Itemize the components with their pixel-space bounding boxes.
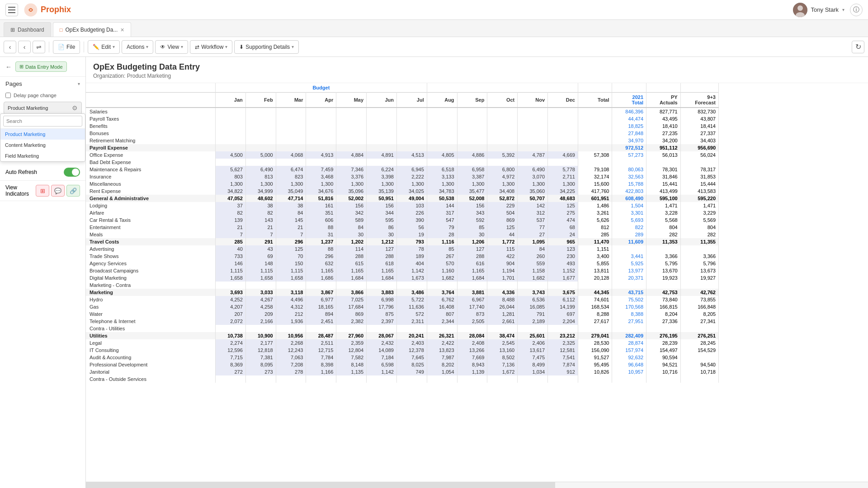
cell-month-7[interactable]: 28 [427,231,457,238]
cell-month-6[interactable]: 2,403 [396,339,427,347]
cell-month-10[interactable]: 537 [518,216,548,224]
cell-month-1[interactable]: 813 [245,173,276,180]
cell-month-4[interactable]: 84 [336,224,367,231]
cell-month-2[interactable]: 7,063 [276,354,306,361]
info-button[interactable]: ⓘ [850,4,863,16]
cell-month-0[interactable]: 12,596 [215,347,245,354]
cell-month-9[interactable] [487,137,518,144]
cell-month-3[interactable] [306,137,336,144]
cell-month-10[interactable]: 2,406 [518,339,548,347]
auto-refresh-toggle[interactable] [64,168,80,177]
cell-month-0[interactable] [215,130,245,137]
cell-month-4[interactable]: 7,025 [336,296,367,303]
cell-month-11[interactable]: 68 [548,224,578,231]
cell-month-6[interactable] [396,130,427,137]
cell-month-5[interactable]: 35,139 [367,188,397,195]
cell-month-3[interactable]: 894 [306,310,336,318]
cell-month-10[interactable]: 13,617 [518,347,548,354]
cell-month-6[interactable] [396,108,427,115]
cell-month-2[interactable] [276,159,306,166]
cell-month-1[interactable] [245,159,276,166]
cell-month-8[interactable] [457,108,487,115]
cell-month-1[interactable] [245,282,276,289]
cell-month-7[interactable]: 79 [427,224,457,231]
cell-month-2[interactable]: 145 [276,216,306,224]
cell-month-7[interactable]: 1,300 [427,180,457,188]
cell-month-9[interactable]: 1,300 [487,180,518,188]
cell-month-4[interactable] [336,108,367,115]
cell-month-11[interactable] [548,375,578,383]
cell-month-10[interactable]: 77 [518,224,548,231]
cell-month-3[interactable]: 1,300 [306,180,336,188]
tab-dashboard[interactable]: ⊞ Dashboard [4,22,51,37]
cell-month-3[interactable]: 1,165 [306,267,336,274]
cell-month-5[interactable]: 6,224 [367,166,397,173]
cell-month-8[interactable]: 1,139 [457,368,487,375]
cell-month-9[interactable]: 1,701 [487,274,518,282]
cell-month-1[interactable]: 34,999 [245,188,276,195]
cell-month-11[interactable]: 14,199 [548,303,578,310]
cell-month-1[interactable]: 1,658 [245,274,276,282]
cell-month-7[interactable]: 267 [427,253,457,260]
cell-month-0[interactable]: 207 [215,310,245,318]
cell-month-5[interactable] [367,375,397,383]
cell-month-9[interactable]: 26,044 [487,303,518,310]
cell-month-11[interactable] [548,130,578,137]
cell-month-1[interactable] [245,130,276,137]
cell-month-11[interactable]: 5,778 [548,166,578,173]
cell-month-11[interactable]: 7,541 [548,354,578,361]
cell-month-6[interactable]: 56 [396,224,427,231]
cell-month-6[interactable]: 404 [396,260,427,267]
cell-month-3[interactable] [306,282,336,289]
cell-month-8[interactable]: 30 [457,231,487,238]
cell-month-2[interactable] [276,130,306,137]
cell-month-11[interactable]: 2,325 [548,339,578,347]
cell-month-7[interactable]: 16,408 [427,303,457,310]
cell-month-6[interactable] [396,159,427,166]
nav-back2-button[interactable]: ‹ [18,41,31,53]
cell-month-10[interactable]: 35,060 [518,188,548,195]
menu-button[interactable] [5,4,18,16]
cell-month-2[interactable]: 1,300 [276,180,306,188]
cell-month-1[interactable]: 43 [245,245,276,253]
cell-month-0[interactable]: 21 [215,224,245,231]
cell-month-4[interactable] [336,137,367,144]
cell-month-9[interactable]: 13,160 [487,347,518,354]
cell-month-4[interactable] [336,122,367,130]
cell-month-5[interactable] [367,122,397,130]
refresh-button[interactable]: ↻ [852,41,864,53]
cell-month-8[interactable] [457,375,487,383]
cell-month-10[interactable] [518,375,548,383]
cell-month-8[interactable]: 2,408 [457,339,487,347]
cell-month-5[interactable]: 1,300 [367,180,397,188]
cell-month-1[interactable]: 82 [245,209,276,216]
cell-month-0[interactable]: 2,072 [215,318,245,325]
actions-button[interactable]: Actions ▾ [122,40,153,54]
cell-month-3[interactable]: 606 [306,216,336,224]
cell-month-4[interactable] [336,115,367,122]
cell-month-8[interactable]: 13,266 [457,347,487,354]
user-area[interactable]: Tony Stark ▾ [793,3,844,17]
cell-month-3[interactable]: 34,676 [306,188,336,195]
cell-month-7[interactable] [427,282,457,289]
cell-month-8[interactable]: 873 [457,310,487,318]
cell-month-6[interactable]: 1,300 [396,180,427,188]
cell-month-3[interactable]: 1,686 [306,274,336,282]
cell-month-7[interactable]: 34,783 [427,188,457,195]
cell-month-8[interactable] [457,159,487,166]
cell-month-8[interactable] [457,137,487,144]
cell-month-10[interactable]: 2,189 [518,318,548,325]
cell-month-2[interactable]: 7,208 [276,361,306,368]
user-dropdown-chevron[interactable]: ▾ [842,7,844,12]
cell-month-9[interactable] [487,130,518,137]
cell-month-9[interactable]: 2,661 [487,318,518,325]
cell-month-1[interactable]: 7 [245,231,276,238]
cell-month-4[interactable]: 1,165 [336,267,367,274]
cell-month-6[interactable]: 2,222 [396,173,427,180]
cell-month-10[interactable] [518,122,548,130]
cell-month-1[interactable]: 1,115 [245,267,276,274]
cell-month-7[interactable] [427,122,457,130]
cell-month-2[interactable]: 84 [276,209,306,216]
cell-month-5[interactable]: 2,432 [367,339,397,347]
cell-month-3[interactable]: 88 [306,224,336,231]
